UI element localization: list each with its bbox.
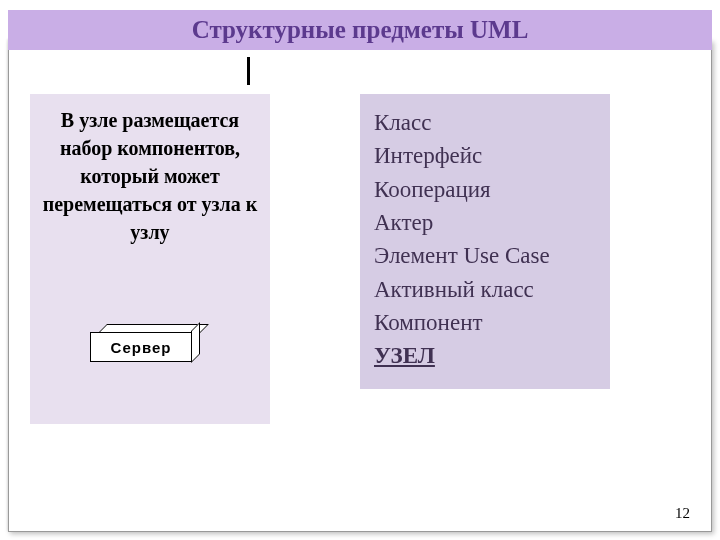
list-item: Элемент Use Case	[374, 239, 596, 272]
server-diagram: Сервер	[90, 332, 210, 382]
text-cursor	[247, 57, 250, 85]
right-panel: Класс Интерфейс Кооперация Актер Элемент…	[360, 94, 610, 389]
page-number: 12	[675, 505, 690, 522]
list-item: Кооперация	[374, 173, 596, 206]
node-description: В узле размещается набор компонентов, ко…	[40, 106, 260, 246]
list-item: Актер	[374, 206, 596, 239]
server-label: Сервер	[111, 339, 172, 356]
cuboid-side-face	[191, 322, 200, 363]
list-item: Интерфейс	[374, 139, 596, 172]
list-item: Компонент	[374, 306, 596, 339]
node-cuboid: Сервер	[90, 332, 200, 367]
slide-title: Структурные предметы UML	[192, 16, 529, 44]
list-item-highlighted: УЗЕЛ	[374, 339, 596, 372]
cuboid-front-face: Сервер	[90, 332, 192, 362]
list-item: Класс	[374, 106, 596, 139]
left-panel: В узле размещается набор компонентов, ко…	[30, 94, 270, 424]
title-bar: Структурные предметы UML	[8, 10, 712, 50]
list-item: Активный класс	[374, 273, 596, 306]
